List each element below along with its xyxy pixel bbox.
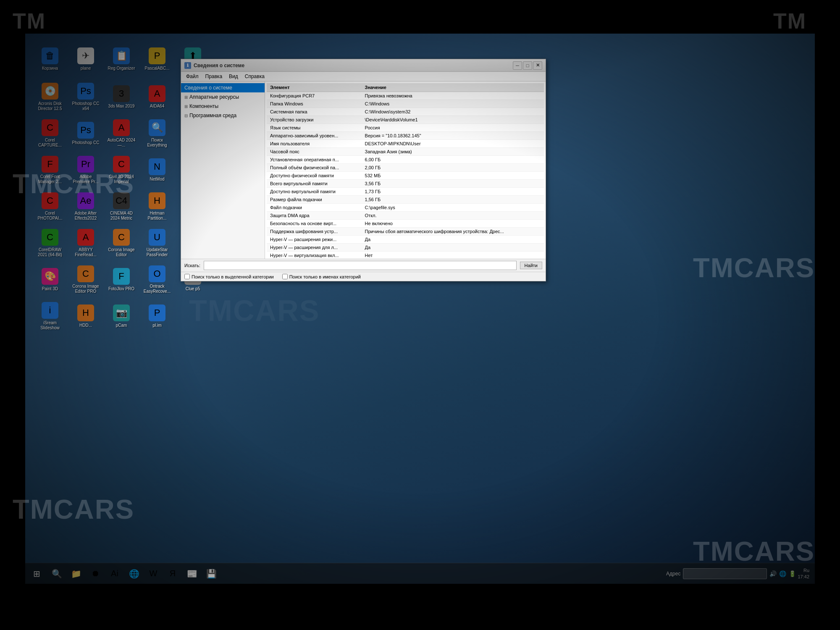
desktop-icon-37[interactable]: 📷 pCam	[105, 299, 138, 333]
window-content: Элемент Значение Конфигурация PCR7 Привя…	[265, 81, 546, 259]
desktop-icon-23[interactable]: H Hetman Partition...	[141, 189, 173, 224]
sidebar-software[interactable]: ⊟ Программная среда	[181, 111, 265, 120]
table-row: Конфигурация PCR7 Привязка невозможна	[267, 92, 544, 100]
start-button[interactable]: ⊞	[27, 566, 46, 582]
menu-edit[interactable]: Правка	[202, 73, 226, 80]
taskbar-app-7[interactable]: 📰	[183, 566, 201, 582]
icon-img-7: 3	[113, 85, 130, 102]
taskbar: ⊞ 🔍📁⏺Ai🌐WЯ📰💾 Адрес 🔊 🌐 🔋 Ru17:42	[25, 563, 815, 584]
icon-img-17: C	[113, 156, 130, 173]
icon-label-2: Reg Organizer	[108, 66, 135, 71]
checkbox-names-input[interactable]	[282, 274, 288, 279]
tray-sound-icon[interactable]: 🔊	[769, 570, 777, 578]
desktop-icon-5[interactable]: 💿 Acronis Disk Director 12.5	[34, 80, 66, 114]
desktop-icon-16[interactable]: Pr Adobe Premiere Pr...	[69, 153, 102, 187]
desktop-icon-27[interactable]: C Corona Image Editor	[105, 226, 138, 260]
taskbar-app-6[interactable]: Я	[163, 566, 182, 582]
icon-label-13: Поиск Everything	[142, 138, 172, 148]
taskbar-app-2[interactable]: ⏺	[86, 566, 105, 582]
taskbar-app-0[interactable]: 🔍	[47, 566, 66, 582]
maximize-button[interactable]: □	[523, 61, 532, 70]
table-cell-element: Размер файла подкачки	[267, 196, 362, 204]
table-row: Поддержка шифрования устр... Причины сбо…	[267, 228, 544, 236]
desktop-icon-7[interactable]: 3 3ds Max 2019	[105, 80, 138, 114]
desktop-icon-18[interactable]: N NetMod	[141, 153, 173, 187]
table-row: Hyper-V — виртуализация вкл... Нет	[267, 252, 544, 259]
menu-file[interactable]: Файл	[183, 73, 202, 80]
icon-img-3: P	[149, 47, 165, 64]
desktop-icon-25[interactable]: C CorelDRAW 2021 (64-Bit)	[34, 226, 66, 260]
table-row: Устройство загрузки \Device\HarddiskVolu…	[267, 116, 544, 124]
icon-label-16: Adobe Premiere Pr...	[71, 174, 100, 184]
desktop-icon-32[interactable]: F FotoJlov PRO	[105, 262, 138, 297]
footer-checkboxes: Поиск только в выделенной категории Поис…	[181, 272, 546, 281]
sidebar-components[interactable]: ⊞ Компоненты	[181, 102, 265, 111]
icon-label-25: CorelDRAW 2021 (64-Bit)	[35, 247, 65, 257]
checkbox-category-input[interactable]	[184, 274, 190, 279]
tray-network-icon[interactable]: 🌐	[778, 570, 787, 578]
desktop-icon-33[interactable]: O Ontrack EasyRecove...	[141, 262, 173, 297]
desktop-icon-28[interactable]: U UpdateStar PassFinder	[141, 226, 173, 260]
table-row: Файл подкачки C:\pagefile.sys	[267, 204, 544, 212]
table-cell-element: Часовой пояс	[267, 148, 362, 156]
desktop-icon-20[interactable]: C Corel PHOTOPAI...	[34, 189, 66, 224]
desktop-icon-8[interactable]: A AIDA64	[141, 80, 173, 114]
icon-img-0: 🗑	[42, 47, 58, 64]
taskbar-app-3[interactable]: Ai	[105, 566, 124, 582]
sidebar-hardware[interactable]: ⊞ Аппаратные ресурсы	[181, 92, 265, 102]
desktop-icon-3[interactable]: P PascalABC...	[141, 42, 173, 76]
address-bar-input[interactable]	[683, 568, 767, 579]
taskbar-app-8[interactable]: 💾	[202, 566, 220, 582]
table-cell-value: 532 МБ	[362, 172, 544, 180]
desktop-icon-0[interactable]: 🗑 Корзина	[34, 42, 66, 76]
icon-label-32: FotoJlov PRO	[108, 286, 134, 291]
table-cell-value: 6,00 ГБ	[362, 156, 544, 164]
desktop-icon-17[interactable]: C Civil 3D 2024 Imperial	[105, 153, 138, 187]
table-cell-element: Папка Windows	[267, 100, 362, 108]
icon-img-11: Ps	[77, 122, 94, 139]
icon-label-3: PascalABC...	[145, 66, 170, 71]
desktop-icon-36[interactable]: H HDD...	[69, 299, 102, 333]
table-cell-value: Западная Азия (зима)	[362, 148, 544, 156]
icon-label-38: pl.im	[152, 323, 161, 328]
desktop-icon-6[interactable]: Ps Photoshop CC x64	[69, 80, 102, 114]
desktop-icon-11[interactable]: Ps Photoshop CC	[69, 116, 102, 151]
desktop-icon-2[interactable]: 📋 Reg Organizer	[105, 42, 138, 76]
taskbar-app-4[interactable]: 🌐	[125, 566, 143, 582]
table-cell-element: Защита DMA ядра	[267, 212, 362, 220]
icon-img-33: O	[149, 265, 165, 282]
taskbar-apps: 🔍📁⏺Ai🌐WЯ📰💾	[47, 566, 664, 582]
desktop-icon-10[interactable]: C Corel CAPTURE...	[34, 116, 66, 151]
close-button[interactable]: ✕	[533, 61, 542, 70]
desktop-icon-35[interactable]: i iSream Slideshow	[34, 299, 66, 333]
icon-label-12: AutoCAD 2024 —...	[107, 138, 136, 148]
desktop-icon-26[interactable]: A ABBYY FineRead...	[69, 226, 102, 260]
taskbar-app-1[interactable]: 📁	[67, 566, 85, 582]
minimize-button[interactable]: ─	[513, 61, 522, 70]
icon-img-31: C	[77, 265, 94, 282]
table-cell-value: Причины сбоя автоматического шифрования …	[362, 228, 544, 236]
col-header-element: Элемент	[267, 83, 362, 92]
desktop-icon-1[interactable]: ✈ plane	[69, 42, 102, 76]
desktop: 🗑 Корзина ✈ plane 📋 Reg Organizer P Pasc…	[25, 34, 815, 584]
taskbar-tray: 🔊 🌐 🔋 Ru17:42	[769, 567, 813, 580]
icon-img-35: i	[42, 302, 58, 319]
tray-battery-icon[interactable]: 🔋	[788, 570, 796, 578]
desktop-icon-38[interactable]: P pl.im	[141, 299, 173, 333]
desktop-icon-21[interactable]: Ae Adobe After Effects2022	[69, 189, 102, 224]
icon-label-18: NetMod	[150, 177, 164, 182]
desktop-icon-31[interactable]: C Corona Image Editor PRO	[69, 262, 102, 297]
desktop-icon-22[interactable]: C4 CINEMA 4D 2024 Metric	[105, 189, 138, 224]
menu-help[interactable]: Справка	[242, 73, 268, 80]
desktop-icon-30[interactable]: 🎨 Paint 3D	[34, 262, 66, 297]
table-row: Имя пользователя DESKTOP-MIPKNDN\User	[267, 140, 544, 148]
table-cell-element: Поддержка шифрования устр...	[267, 228, 362, 236]
desktop-icon-15[interactable]: F Corel Font Manager 2...	[34, 153, 66, 187]
desktop-icon-13[interactable]: 🔍 Поиск Everything	[141, 116, 173, 151]
search-button[interactable]: Найти	[520, 262, 542, 269]
desktop-icon-12[interactable]: A AutoCAD 2024 —...	[105, 116, 138, 151]
menu-view[interactable]: Вид	[226, 73, 242, 80]
taskbar-app-5[interactable]: W	[144, 566, 163, 582]
sidebar-sysinfo[interactable]: Сведения о системе	[181, 83, 265, 92]
search-input[interactable]	[204, 261, 516, 270]
